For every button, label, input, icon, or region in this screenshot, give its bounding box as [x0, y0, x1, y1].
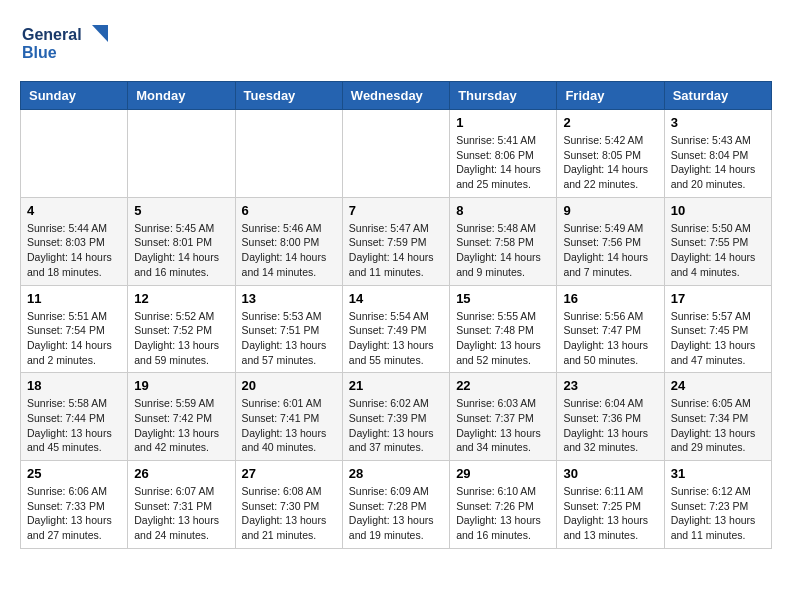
day-number: 22 [456, 378, 550, 393]
day-cell [342, 110, 449, 198]
day-cell: 7Sunrise: 5:47 AM Sunset: 7:59 PM Daylig… [342, 197, 449, 285]
day-cell: 4Sunrise: 5:44 AM Sunset: 8:03 PM Daylig… [21, 197, 128, 285]
day-cell: 10Sunrise: 5:50 AM Sunset: 7:55 PM Dayli… [664, 197, 771, 285]
day-number: 12 [134, 291, 228, 306]
day-info: Sunrise: 5:48 AM Sunset: 7:58 PM Dayligh… [456, 221, 550, 280]
svg-text:Blue: Blue [22, 44, 57, 61]
day-number: 1 [456, 115, 550, 130]
week-row-1: 1Sunrise: 5:41 AM Sunset: 8:06 PM Daylig… [21, 110, 772, 198]
day-cell: 20Sunrise: 6:01 AM Sunset: 7:41 PM Dayli… [235, 373, 342, 461]
day-cell: 19Sunrise: 5:59 AM Sunset: 7:42 PM Dayli… [128, 373, 235, 461]
column-header-saturday: Saturday [664, 82, 771, 110]
day-info: Sunrise: 5:57 AM Sunset: 7:45 PM Dayligh… [671, 309, 765, 368]
day-number: 9 [563, 203, 657, 218]
day-cell: 8Sunrise: 5:48 AM Sunset: 7:58 PM Daylig… [450, 197, 557, 285]
day-number: 26 [134, 466, 228, 481]
day-info: Sunrise: 5:43 AM Sunset: 8:04 PM Dayligh… [671, 133, 765, 192]
day-number: 16 [563, 291, 657, 306]
day-cell: 25Sunrise: 6:06 AM Sunset: 7:33 PM Dayli… [21, 461, 128, 549]
column-header-sunday: Sunday [21, 82, 128, 110]
day-number: 6 [242, 203, 336, 218]
day-info: Sunrise: 5:41 AM Sunset: 8:06 PM Dayligh… [456, 133, 550, 192]
svg-marker-0 [92, 25, 108, 42]
page-header: GeneralBlue [20, 20, 772, 65]
day-number: 25 [27, 466, 121, 481]
day-number: 7 [349, 203, 443, 218]
logo-icon: GeneralBlue [20, 20, 110, 65]
day-info: Sunrise: 6:06 AM Sunset: 7:33 PM Dayligh… [27, 484, 121, 543]
day-info: Sunrise: 5:42 AM Sunset: 8:05 PM Dayligh… [563, 133, 657, 192]
day-info: Sunrise: 5:47 AM Sunset: 7:59 PM Dayligh… [349, 221, 443, 280]
day-info: Sunrise: 6:07 AM Sunset: 7:31 PM Dayligh… [134, 484, 228, 543]
day-info: Sunrise: 6:04 AM Sunset: 7:36 PM Dayligh… [563, 396, 657, 455]
day-number: 29 [456, 466, 550, 481]
day-number: 13 [242, 291, 336, 306]
day-number: 5 [134, 203, 228, 218]
day-number: 24 [671, 378, 765, 393]
day-cell: 15Sunrise: 5:55 AM Sunset: 7:48 PM Dayli… [450, 285, 557, 373]
day-cell: 1Sunrise: 5:41 AM Sunset: 8:06 PM Daylig… [450, 110, 557, 198]
day-cell: 5Sunrise: 5:45 AM Sunset: 8:01 PM Daylig… [128, 197, 235, 285]
day-cell [235, 110, 342, 198]
day-number: 14 [349, 291, 443, 306]
day-info: Sunrise: 5:56 AM Sunset: 7:47 PM Dayligh… [563, 309, 657, 368]
day-cell: 12Sunrise: 5:52 AM Sunset: 7:52 PM Dayli… [128, 285, 235, 373]
day-cell: 28Sunrise: 6:09 AM Sunset: 7:28 PM Dayli… [342, 461, 449, 549]
day-info: Sunrise: 5:46 AM Sunset: 8:00 PM Dayligh… [242, 221, 336, 280]
week-row-3: 11Sunrise: 5:51 AM Sunset: 7:54 PM Dayli… [21, 285, 772, 373]
column-header-monday: Monday [128, 82, 235, 110]
svg-text:General: General [22, 26, 82, 43]
calendar-table: SundayMondayTuesdayWednesdayThursdayFrid… [20, 81, 772, 549]
day-cell: 14Sunrise: 5:54 AM Sunset: 7:49 PM Dayli… [342, 285, 449, 373]
day-info: Sunrise: 6:12 AM Sunset: 7:23 PM Dayligh… [671, 484, 765, 543]
day-number: 15 [456, 291, 550, 306]
day-cell: 13Sunrise: 5:53 AM Sunset: 7:51 PM Dayli… [235, 285, 342, 373]
day-cell: 16Sunrise: 5:56 AM Sunset: 7:47 PM Dayli… [557, 285, 664, 373]
day-number: 2 [563, 115, 657, 130]
day-cell: 23Sunrise: 6:04 AM Sunset: 7:36 PM Dayli… [557, 373, 664, 461]
header-row: SundayMondayTuesdayWednesdayThursdayFrid… [21, 82, 772, 110]
day-cell: 6Sunrise: 5:46 AM Sunset: 8:00 PM Daylig… [235, 197, 342, 285]
day-info: Sunrise: 6:01 AM Sunset: 7:41 PM Dayligh… [242, 396, 336, 455]
day-info: Sunrise: 5:49 AM Sunset: 7:56 PM Dayligh… [563, 221, 657, 280]
day-cell: 22Sunrise: 6:03 AM Sunset: 7:37 PM Dayli… [450, 373, 557, 461]
day-info: Sunrise: 5:45 AM Sunset: 8:01 PM Dayligh… [134, 221, 228, 280]
column-header-thursday: Thursday [450, 82, 557, 110]
column-header-friday: Friday [557, 82, 664, 110]
day-info: Sunrise: 6:11 AM Sunset: 7:25 PM Dayligh… [563, 484, 657, 543]
day-info: Sunrise: 5:53 AM Sunset: 7:51 PM Dayligh… [242, 309, 336, 368]
day-number: 20 [242, 378, 336, 393]
day-number: 23 [563, 378, 657, 393]
day-cell: 21Sunrise: 6:02 AM Sunset: 7:39 PM Dayli… [342, 373, 449, 461]
day-info: Sunrise: 5:51 AM Sunset: 7:54 PM Dayligh… [27, 309, 121, 368]
day-number: 3 [671, 115, 765, 130]
week-row-2: 4Sunrise: 5:44 AM Sunset: 8:03 PM Daylig… [21, 197, 772, 285]
day-number: 30 [563, 466, 657, 481]
day-number: 31 [671, 466, 765, 481]
day-cell [21, 110, 128, 198]
day-info: Sunrise: 6:03 AM Sunset: 7:37 PM Dayligh… [456, 396, 550, 455]
day-cell: 18Sunrise: 5:58 AM Sunset: 7:44 PM Dayli… [21, 373, 128, 461]
day-number: 21 [349, 378, 443, 393]
logo: GeneralBlue [20, 20, 110, 65]
day-cell: 17Sunrise: 5:57 AM Sunset: 7:45 PM Dayli… [664, 285, 771, 373]
day-cell: 11Sunrise: 5:51 AM Sunset: 7:54 PM Dayli… [21, 285, 128, 373]
day-info: Sunrise: 6:10 AM Sunset: 7:26 PM Dayligh… [456, 484, 550, 543]
day-info: Sunrise: 6:05 AM Sunset: 7:34 PM Dayligh… [671, 396, 765, 455]
day-cell: 31Sunrise: 6:12 AM Sunset: 7:23 PM Dayli… [664, 461, 771, 549]
day-number: 17 [671, 291, 765, 306]
day-cell: 2Sunrise: 5:42 AM Sunset: 8:05 PM Daylig… [557, 110, 664, 198]
day-info: Sunrise: 5:58 AM Sunset: 7:44 PM Dayligh… [27, 396, 121, 455]
day-info: Sunrise: 5:50 AM Sunset: 7:55 PM Dayligh… [671, 221, 765, 280]
day-number: 27 [242, 466, 336, 481]
day-info: Sunrise: 5:54 AM Sunset: 7:49 PM Dayligh… [349, 309, 443, 368]
day-number: 18 [27, 378, 121, 393]
day-number: 28 [349, 466, 443, 481]
column-header-wednesday: Wednesday [342, 82, 449, 110]
day-cell: 26Sunrise: 6:07 AM Sunset: 7:31 PM Dayli… [128, 461, 235, 549]
day-cell: 24Sunrise: 6:05 AM Sunset: 7:34 PM Dayli… [664, 373, 771, 461]
day-cell: 3Sunrise: 5:43 AM Sunset: 8:04 PM Daylig… [664, 110, 771, 198]
day-number: 19 [134, 378, 228, 393]
day-info: Sunrise: 6:09 AM Sunset: 7:28 PM Dayligh… [349, 484, 443, 543]
week-row-4: 18Sunrise: 5:58 AM Sunset: 7:44 PM Dayli… [21, 373, 772, 461]
